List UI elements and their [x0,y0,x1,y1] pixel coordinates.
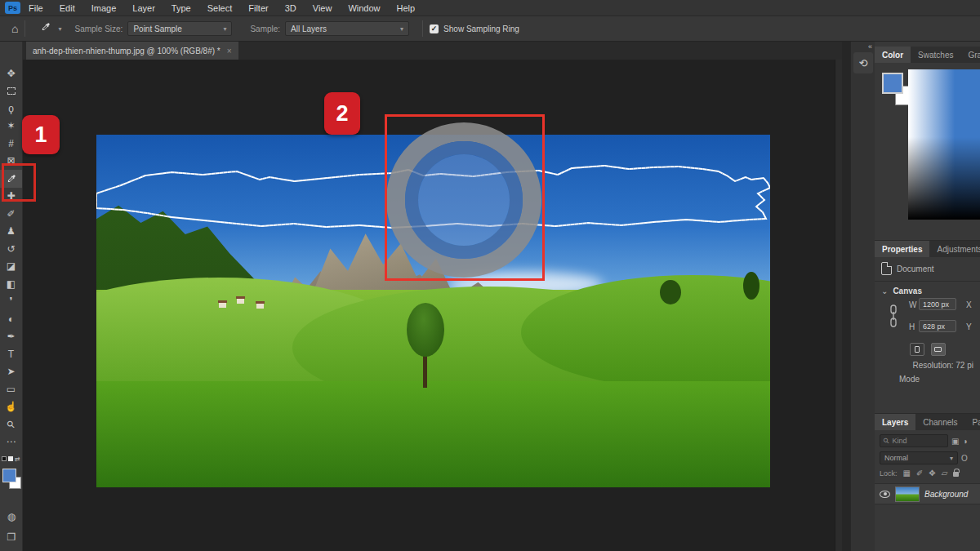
tool-preset-chevron-icon[interactable]: ▾ [58,25,61,33]
sample-size-dropdown[interactable]: Point Sample ▾ [127,21,232,36]
menu-type[interactable]: Type [163,0,199,16]
menu-bar: Ps File Edit Image Layer Type Select Fil… [0,0,980,16]
canvas-dimensions: W 1200 px X H 628 px Y [875,295,980,338]
gradient-tool[interactable]: ◧ [0,275,22,293]
tool-options-bar: ⌂ ▾ Sample Size: Point Sample ▾ Sample: … [0,16,980,42]
show-sampling-ring-checkbox[interactable]: ✓ [430,24,439,33]
menu-help[interactable]: Help [389,0,424,16]
document-window: anh-dep-thien-nhien-thump.jpg @ 100% (RG… [23,42,842,551]
height-field[interactable]: 628 px [919,320,956,332]
menu-layer[interactable]: Layer [124,0,163,16]
filter-adjustment-icon[interactable]: ◑ [962,437,967,446]
tab-paths[interactable]: Paths [965,414,980,430]
width-field[interactable]: 1200 px [919,298,956,310]
opacity-label-partial: O [961,454,968,463]
close-icon[interactable]: × [227,47,232,56]
tab-color[interactable]: Color [875,47,911,63]
menu-window[interactable]: Window [340,0,388,16]
default-colors-icon [2,456,7,461]
rectangular-marquee-tool[interactable] [0,82,22,100]
screen-mode-button[interactable]: ❐ [0,529,23,545]
sample-dropdown[interactable]: All Layers ▾ [285,21,409,36]
menu-view[interactable]: View [305,0,341,16]
menu-filter[interactable]: Filter [240,0,276,16]
object-selection-tool[interactable]: ✶ [0,118,22,136]
history-brush-tool[interactable]: ↺ [0,240,22,258]
scrollbar[interactable] [835,60,842,551]
history-panel-icon[interactable]: ⟲ [853,52,873,73]
mode-label: Mode [899,375,920,384]
layer-name: Background [924,490,968,499]
collapse-panels-icon[interactable]: « [868,42,872,51]
layer-filter-field[interactable]: ⚲ Kind [880,434,948,447]
brush-tool[interactable]: ✐ [0,205,22,223]
marquee-icon [7,87,16,95]
lock-artboard-icon[interactable]: ▱ [942,469,948,478]
tools-panel: ✥ ϙ ✶ # ⊠ ✚ ✐ ♟ ↺ ◪ ◧ ❜ ◐ ✒ T ➤ ▭ ☝ ⚲ ⋯ … [0,42,23,551]
height-label: H [909,322,915,331]
quick-mask-button[interactable]: ◍ [0,509,23,525]
canvas-section-header[interactable]: Canvas [893,287,922,295]
color-picker-field[interactable] [908,69,980,220]
lock-all-icon[interactable] [953,472,959,477]
eraser-tool[interactable]: ◪ [0,258,22,276]
home-icon[interactable]: ⌂ [11,22,18,35]
panel-dock-strip: « ⟲ [850,42,875,551]
lasso-tool[interactable]: ϙ [0,100,22,118]
annotation-tool-highlight [2,163,36,202]
pen-tool[interactable]: ✒ [0,328,22,346]
landscape-orientation-button[interactable] [931,343,946,356]
tab-channels[interactable]: Channels [915,414,964,430]
rectangle-tool[interactable]: ▭ [0,380,22,398]
document-title: anh-dep-thien-nhien-thump.jpg @ 100% (RG… [33,47,220,56]
crop-tool[interactable]: # [0,135,22,153]
lock-paint-icon[interactable]: ✐ [916,469,923,478]
color-swatch-control [0,466,23,504]
foreground-color-swatch[interactable] [882,73,903,94]
menu-file[interactable]: File [20,0,51,16]
portrait-orientation-button[interactable] [910,343,924,356]
tab-swatches[interactable]: Swatches [911,47,960,63]
lock-transparency-icon[interactable]: ▦ [903,469,911,478]
hand-tool[interactable]: ☝ [0,398,22,416]
chevron-down-icon: ▾ [400,25,403,33]
lock-position-icon[interactable]: ✥ [929,469,935,478]
menu-select[interactable]: Select [199,0,241,16]
filter-pixel-icon[interactable]: ▣ [951,437,959,446]
clone-stamp-tool[interactable]: ♟ [0,223,22,241]
dodge-tool[interactable]: ◐ [0,310,22,328]
annotation-highlight-box [385,114,545,281]
path-selection-tool[interactable]: ➤ [0,363,22,381]
menu-image[interactable]: Image [83,0,125,16]
blend-mode-dropdown[interactable]: Normal ▾ [880,451,958,464]
sample-label: Sample: [250,24,280,33]
tab-properties[interactable]: Properties [875,241,929,257]
photoshop-logo-icon: Ps [5,2,20,14]
layers-panel: Layers Channels Paths ⚲ Kind ▣ ◑ Normal … [875,413,980,551]
tab-layers[interactable]: Layers [875,414,915,430]
blur-tool[interactable]: ❜ [0,293,22,311]
visibility-eye-icon[interactable] [880,491,890,498]
more-tools-button[interactable]: ⋯ [0,433,22,451]
document-tab[interactable]: anh-dep-thien-nhien-thump.jpg @ 100% (RG… [26,42,238,60]
move-tool[interactable]: ✥ [0,64,22,82]
tab-adjustments[interactable]: Adjustments [929,241,980,257]
canvas-chevron-icon[interactable]: ⌄ [881,287,888,295]
zoom-tool[interactable]: ⚲ [0,415,22,433]
eyedropper-tool-icon[interactable] [40,21,51,36]
foreground-color-swatch[interactable] [2,469,16,482]
tab-gradients[interactable]: Gradients [960,47,980,63]
type-tool[interactable]: T [0,345,22,363]
panel-column: Color Swatches Gradients Properties Adju… [875,42,980,551]
swap-colors-icon: ⇄ [15,455,20,463]
default-swap-colors[interactable]: ⇄ [2,454,21,464]
layer-row-background[interactable]: Background [875,483,980,504]
lock-label: Lock: [880,469,898,478]
link-dimensions-icon[interactable] [889,304,898,329]
document-tab-bar: anh-dep-thien-nhien-thump.jpg @ 100% (RG… [23,42,842,60]
sample-size-label: Sample Size: [74,24,122,33]
y-label: Y [966,322,972,331]
layer-thumbnail[interactable] [895,487,920,502]
menu-edit[interactable]: Edit [51,0,83,16]
menu-3d[interactable]: 3D [277,0,305,16]
